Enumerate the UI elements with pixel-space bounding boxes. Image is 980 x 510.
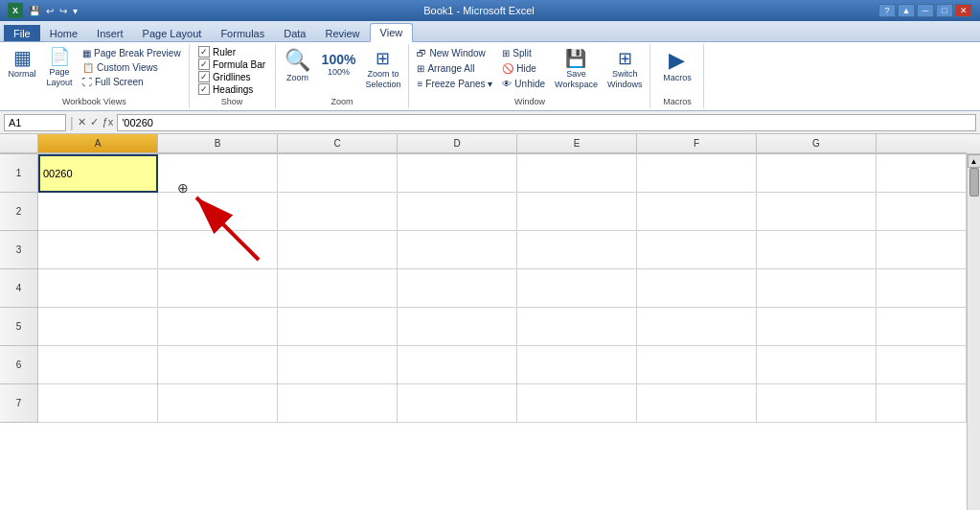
cell-B4[interactable] <box>158 269 278 308</box>
cell-D3[interactable] <box>398 231 517 269</box>
row-header-6[interactable]: 6 <box>0 346 38 384</box>
tab-file[interactable]: File <box>4 25 40 41</box>
cell-C5[interactable] <box>278 308 398 346</box>
cell-F7[interactable] <box>637 384 757 423</box>
cell-A4[interactable] <box>38 269 158 308</box>
zoom-btn[interactable]: 🔍 Zoom <box>280 46 316 85</box>
save-quick-btn[interactable]: 💾 <box>27 5 42 17</box>
cell-G2[interactable] <box>757 193 877 231</box>
cell-D4[interactable] <box>398 269 517 308</box>
custom-views-btn[interactable]: 📋 Custom Views <box>79 60 185 75</box>
cancel-formula-icon[interactable]: ✕ <box>78 116 86 128</box>
page-layout-btn[interactable]: 📄 PageLayout <box>42 46 77 90</box>
ruler-checkbox[interactable] <box>198 46 210 58</box>
row-header-4[interactable]: 4 <box>0 269 38 308</box>
cell-E5[interactable] <box>517 308 637 346</box>
cell-E4[interactable] <box>517 269 637 308</box>
cell-G5[interactable] <box>757 308 877 346</box>
cell-D1[interactable] <box>398 154 517 193</box>
zoom-selection-btn[interactable]: ⊞ Zoom toSelection <box>361 46 404 92</box>
cell-B1[interactable] <box>158 154 278 193</box>
switch-windows-btn[interactable]: ⊞ SwitchWindows <box>604 46 647 92</box>
undo-btn[interactable]: ↩ <box>44 5 56 17</box>
insert-function-icon[interactable]: ƒx <box>103 116 114 128</box>
gridlines-check-row[interactable]: Gridlines <box>198 71 265 82</box>
cell-D6[interactable] <box>398 346 517 384</box>
row-header-5[interactable]: 5 <box>0 308 38 346</box>
cell-A6[interactable] <box>38 346 158 384</box>
vertical-scrollbar[interactable]: ▲ ▼ <box>967 154 980 510</box>
col-header-E[interactable]: E <box>517 134 637 153</box>
split-btn[interactable]: ⊞ Split <box>498 46 549 60</box>
cell-C6[interactable] <box>278 346 398 384</box>
scroll-up-btn[interactable]: ▲ <box>968 154 981 168</box>
cell-G6[interactable] <box>757 346 877 384</box>
cell-G7[interactable] <box>757 384 877 423</box>
cell-A1[interactable]: 00260 <box>38 154 158 193</box>
cell-G4[interactable] <box>757 269 877 308</box>
cell-B7[interactable] <box>158 384 278 423</box>
cell-E1[interactable] <box>517 154 637 193</box>
col-header-G[interactable]: G <box>757 134 877 153</box>
scroll-track[interactable] <box>968 168 981 510</box>
cell-reference-box[interactable]: A1 <box>4 114 66 131</box>
scroll-thumb[interactable] <box>969 168 979 197</box>
col-header-F[interactable]: F <box>637 134 757 153</box>
close-btn[interactable]: ✕ <box>955 4 972 17</box>
cell-E3[interactable] <box>517 231 637 269</box>
hide-btn[interactable]: 🚫 Hide <box>498 61 549 76</box>
ribbon-toggle-btn[interactable]: ▲ <box>898 4 915 17</box>
cell-F1[interactable] <box>637 154 757 193</box>
cell-A3[interactable] <box>38 231 158 269</box>
dropdown-btn[interactable]: ▾ <box>71 5 80 17</box>
page-break-preview-btn[interactable]: ▦ Page Break Preview <box>79 46 185 60</box>
cell-E7[interactable] <box>517 384 637 423</box>
cell-C4[interactable] <box>278 269 398 308</box>
help-btn[interactable]: ? <box>878 4 896 17</box>
cell-B2[interactable] <box>158 193 278 231</box>
cell-B6[interactable] <box>158 346 278 384</box>
col-header-A[interactable]: A <box>38 134 158 153</box>
cell-B3[interactable] <box>158 231 278 269</box>
cell-F4[interactable] <box>637 269 757 308</box>
tab-view[interactable]: View <box>370 23 414 42</box>
cell-D7[interactable] <box>398 384 517 423</box>
minimize-btn[interactable]: ─ <box>917 4 934 17</box>
ruler-check-row[interactable]: Ruler <box>198 46 265 58</box>
headings-checkbox[interactable] <box>198 83 210 95</box>
cell-C3[interactable] <box>278 231 398 269</box>
zoom100-btn[interactable]: 100% 100% <box>318 46 360 80</box>
formula-bar-check-row[interactable]: Formula Bar <box>198 58 265 70</box>
formula-input[interactable] <box>117 114 976 131</box>
macros-btn[interactable]: ▶ Macros <box>659 46 695 85</box>
tab-data[interactable]: Data <box>274 25 315 41</box>
cell-E6[interactable] <box>517 346 637 384</box>
freeze-panes-btn[interactable]: ≡ Freeze Panes ▾ <box>413 77 496 91</box>
cell-F5[interactable] <box>637 308 757 346</box>
unhide-btn[interactable]: 👁 Unhide <box>498 77 549 91</box>
cell-F6[interactable] <box>637 346 757 384</box>
cell-E2[interactable] <box>517 193 637 231</box>
formula-bar-checkbox[interactable] <box>198 58 210 70</box>
cell-G3[interactable] <box>757 231 877 269</box>
save-workspace-btn[interactable]: 💾 SaveWorkspace <box>551 46 602 92</box>
cell-D2[interactable] <box>398 193 517 231</box>
cell-G1[interactable] <box>757 154 877 193</box>
cell-A5[interactable] <box>38 308 158 346</box>
tab-home[interactable]: Home <box>40 25 87 41</box>
cell-D5[interactable] <box>398 308 517 346</box>
new-window-btn[interactable]: 🗗 New Window <box>413 46 496 60</box>
col-header-C[interactable]: C <box>278 134 398 153</box>
cell-B5[interactable] <box>158 308 278 346</box>
cell-F2[interactable] <box>637 193 757 231</box>
tab-review[interactable]: Review <box>315 25 369 41</box>
headings-check-row[interactable]: Headings <box>198 83 265 95</box>
redo-btn[interactable]: ↪ <box>57 5 69 17</box>
col-header-D[interactable]: D <box>398 134 517 153</box>
cell-C2[interactable] <box>278 193 398 231</box>
cell-A7[interactable] <box>38 384 158 423</box>
arrange-all-btn[interactable]: ⊞ Arrange All <box>413 61 496 76</box>
col-header-B[interactable]: B <box>158 134 278 153</box>
cell-C1[interactable] <box>278 154 398 193</box>
gridlines-checkbox[interactable] <box>198 71 210 82</box>
